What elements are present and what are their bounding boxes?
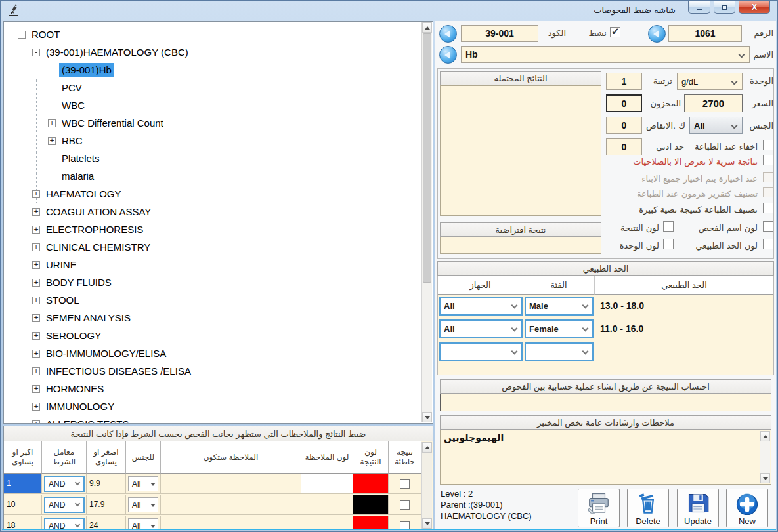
note-color-swatch[interactable]	[301, 495, 353, 515]
color-test-name-checkbox[interactable]	[763, 221, 773, 232]
scroll-down-icon[interactable]	[422, 412, 432, 422]
note-cell[interactable]	[161, 495, 301, 515]
device-combobox[interactable]: All	[439, 297, 523, 316]
tree-item-urine[interactable]: +URINE	[4, 256, 421, 274]
tree-item-bio-immunology[interactable]: +BIO-IMMUMOLOGY/ELISA	[4, 344, 421, 362]
device-combobox[interactable]: All	[439, 319, 523, 338]
tree-item-haematology-cbc[interactable]: -(39-001)HAEMATOLOGY (CBC)	[4, 43, 421, 61]
category-combobox[interactable]: Male	[525, 297, 594, 316]
expand-icon[interactable]: +	[32, 261, 40, 269]
decrement-field[interactable]: 0	[606, 117, 642, 134]
tree-item-hormones[interactable]: +HORMONES	[4, 380, 421, 398]
gte-cell-selected[interactable]: 1	[4, 474, 42, 494]
active-checkbox[interactable]	[610, 27, 620, 37]
color-unit-checkbox[interactable]	[663, 239, 674, 249]
result-color-swatch[interactable]	[353, 495, 389, 515]
notes-scrollbar[interactable]	[760, 431, 770, 483]
code-field[interactable]: 39-001	[461, 25, 538, 42]
expand-icon[interactable]: +	[48, 119, 56, 127]
gte-cell[interactable]: 18	[4, 516, 42, 530]
scroll-up-icon[interactable]	[760, 431, 770, 441]
expand-icon[interactable]: +	[32, 385, 40, 393]
prev-number-button[interactable]	[648, 25, 666, 43]
delete-button[interactable]: Delete	[627, 489, 669, 527]
close-button[interactable]: X	[739, 1, 770, 14]
expand-icon[interactable]: +	[32, 226, 40, 234]
color-normal-checkbox[interactable]	[763, 239, 773, 249]
gender-combobox[interactable]: All	[689, 117, 743, 134]
operator-combobox[interactable]: AND	[44, 518, 85, 530]
confidential-checkbox[interactable]	[763, 155, 773, 165]
expand-icon[interactable]: +	[32, 243, 40, 251]
prev-code-button[interactable]	[439, 25, 457, 43]
range-value-cell[interactable]	[595, 340, 773, 363]
name-combobox[interactable]: Hb	[461, 46, 750, 63]
scroll-down-icon[interactable]	[422, 518, 432, 529]
tree-item-root[interactable]: -ROOT	[4, 26, 421, 43]
expand-icon[interactable]: +	[32, 314, 40, 322]
possible-results-list[interactable]	[440, 85, 601, 216]
note-cell[interactable]	[161, 474, 301, 494]
calculation-field[interactable]	[440, 394, 771, 411]
collapse-icon[interactable]: -	[18, 31, 26, 39]
expand-icon[interactable]: +	[32, 297, 40, 304]
tree-item-haematology[interactable]: +HAEMATOLOGY	[4, 185, 421, 203]
tree-item-body-fluids[interactable]: +BODY FLUIDS	[4, 274, 421, 291]
result-color-swatch[interactable]	[353, 516, 389, 530]
tree-item-semen[interactable]: +SEMEN ANALYSIS	[4, 309, 421, 327]
scroll-down-icon[interactable]	[760, 473, 770, 483]
note-color-swatch[interactable]	[301, 474, 353, 494]
prev-name-button[interactable]	[439, 46, 457, 64]
tree-scrollbar[interactable]	[421, 22, 432, 422]
price-field[interactable]: 2700	[684, 94, 743, 112]
scroll-up-icon[interactable]	[422, 442, 432, 453]
result-color-swatch[interactable]	[353, 474, 389, 494]
operator-combobox[interactable]: AND	[44, 476, 85, 492]
operator-combobox[interactable]: AND	[44, 497, 85, 513]
tree-item-pcv[interactable]: PCV	[4, 79, 421, 96]
stock-field[interactable]: 0	[606, 94, 642, 112]
new-button[interactable]: New	[726, 489, 768, 527]
hide-on-print-checkbox[interactable]	[763, 140, 773, 150]
expand-icon[interactable]: +	[32, 350, 40, 358]
min-limit-field[interactable]: 0	[606, 138, 642, 155]
big-text-print-checkbox[interactable]	[763, 203, 773, 213]
lte-cell[interactable]: 24	[87, 516, 126, 530]
tree-item-coagulation[interactable]: +COAGULATION ASSAY	[4, 203, 421, 220]
expand-icon[interactable]: +	[32, 420, 40, 424]
tree-item-serology[interactable]: +SEROLOGY	[4, 327, 421, 344]
range-value-cell[interactable]: 13.0 - 18.0	[595, 295, 773, 317]
wrong-result-checkbox[interactable]	[400, 500, 410, 510]
color-result-checkbox[interactable]	[663, 221, 674, 232]
note-color-swatch[interactable]	[301, 516, 353, 530]
expand-icon[interactable]: +	[32, 403, 40, 411]
device-combobox[interactable]	[439, 342, 523, 361]
lte-cell[interactable]: 9.9	[87, 474, 126, 494]
gte-cell[interactable]: 10	[4, 495, 42, 515]
range-value-cell[interactable]: 11.0 - 16.0	[595, 317, 773, 340]
tree-item-rbc[interactable]: +RBC	[4, 132, 421, 150]
category-combobox[interactable]: Female	[525, 319, 594, 338]
tree-item-platelets[interactable]: Platelets	[4, 150, 421, 167]
expand-icon[interactable]: +	[48, 137, 56, 145]
tree-item-clinical-chemistry[interactable]: +CLINICAL CHEMISTRY	[4, 238, 421, 256]
expand-icon[interactable]: +	[32, 279, 40, 287]
tree-item-clipped[interactable]: +ALLERGIC TESTS	[4, 415, 421, 424]
expand-icon[interactable]: +	[32, 190, 40, 198]
lte-cell[interactable]: 17.9	[87, 495, 126, 515]
note-cell[interactable]	[161, 516, 301, 530]
number-field[interactable]: 1061	[668, 25, 742, 42]
gender-combobox[interactable]: All	[128, 476, 158, 491]
conditions-scrollbar[interactable]	[421, 442, 432, 529]
collapse-icon[interactable]: -	[32, 49, 40, 56]
gender-combobox[interactable]: All	[128, 497, 158, 512]
tree-item-wbc[interactable]: WBC	[4, 96, 421, 114]
expand-icon[interactable]: +	[32, 367, 40, 375]
unit-combobox[interactable]: g/dL	[677, 73, 743, 90]
expand-icon[interactable]: +	[32, 208, 40, 216]
wrong-result-checkbox[interactable]	[400, 479, 410, 489]
tree-item-electrophoresis[interactable]: +ELECTROPHORESIS	[4, 220, 421, 238]
print-button[interactable]: Print	[578, 489, 620, 527]
tree-item-wbc-diff[interactable]: +WBC Differential Count	[4, 114, 421, 132]
default-result-field[interactable]	[440, 237, 601, 254]
